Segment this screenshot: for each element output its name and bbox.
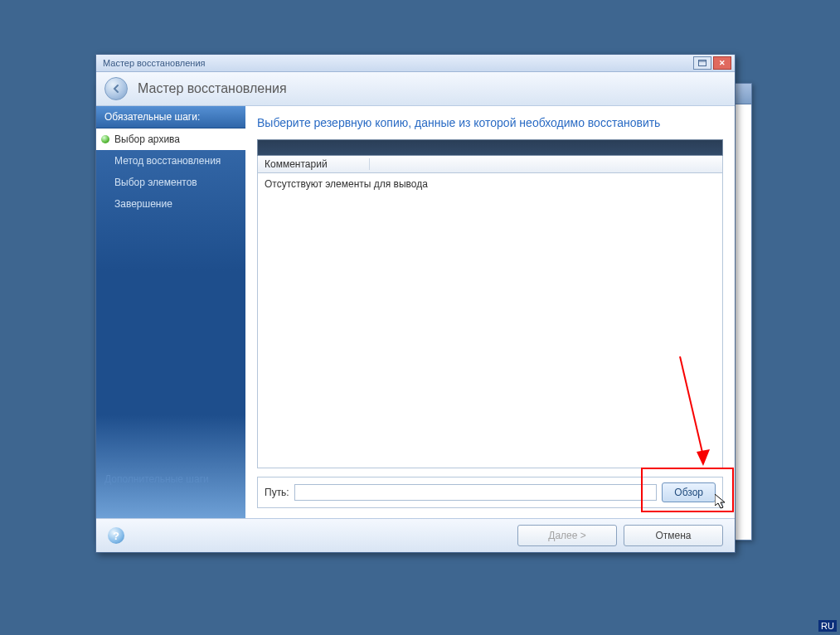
list-toolbar [257,139,723,156]
window-title: Мастер восстановления [100,58,692,68]
main-panel: Выберите резервную копию, данные из кото… [245,106,735,518]
language-indicator[interactable]: RU [818,620,837,632]
wizard-body: Обязательные шаги: Выбор архива Метод во… [96,106,735,518]
backup-list-area: Комментарий Отсутствуют элементы для выв… [257,139,723,468]
next-button-label: Далее > [548,530,586,541]
sidebar-item-label: Выбор элементов [114,177,197,188]
wizard-header: Мастер восстановления [96,72,735,106]
sidebar-item-label: Метод восстановления [114,155,221,167]
list-header: Комментарий [257,156,723,173]
cancel-button[interactable]: Отмена [624,525,723,546]
sidebar: Обязательные шаги: Выбор архива Метод во… [96,106,245,518]
help-button[interactable]: ? [108,527,124,544]
main-heading: Выберите резервную копию, данные из кото… [245,106,735,134]
sidebar-item-archive-select[interactable]: Выбор архива [96,128,245,150]
path-label: Путь: [265,487,289,498]
window-titlebar: Мастер восстановления ✕ [96,55,735,72]
sidebar-item-label: Завершение [114,198,172,210]
wizard-title: Мастер восстановления [138,81,287,96]
path-row: Путь: Обзор [257,477,723,508]
maximize-button[interactable] [693,56,711,70]
sidebar-item-recovery-method[interactable]: Метод восстановления [96,150,245,172]
column-comment[interactable]: Комментарий [265,158,370,170]
wizard-footer: ? Далее > Отмена [96,518,735,552]
browse-button-label: Обзор [674,487,703,498]
list-body[interactable]: Отсутствуют элементы для вывода [257,173,723,468]
close-button[interactable]: ✕ [713,56,731,70]
sidebar-header: Обязательные шаги: [96,106,245,128]
cancel-button-label: Отмена [655,530,691,541]
sidebar-item-finish[interactable]: Завершение [96,193,245,215]
wizard-window: Мастер восстановления ✕ Мастер восстанов… [95,54,736,553]
list-empty-text: Отсутствуют элементы для вывода [265,178,428,190]
next-button[interactable]: Далее > [517,525,617,546]
sidebar-optional-steps: Дополнительные шаги [96,460,245,518]
path-input[interactable] [294,484,658,501]
sidebar-item-select-elements[interactable]: Выбор элементов [96,172,245,193]
browse-button[interactable]: Обзор [662,482,716,502]
back-button[interactable] [104,77,128,100]
sidebar-item-label: Выбор архива [114,133,180,145]
